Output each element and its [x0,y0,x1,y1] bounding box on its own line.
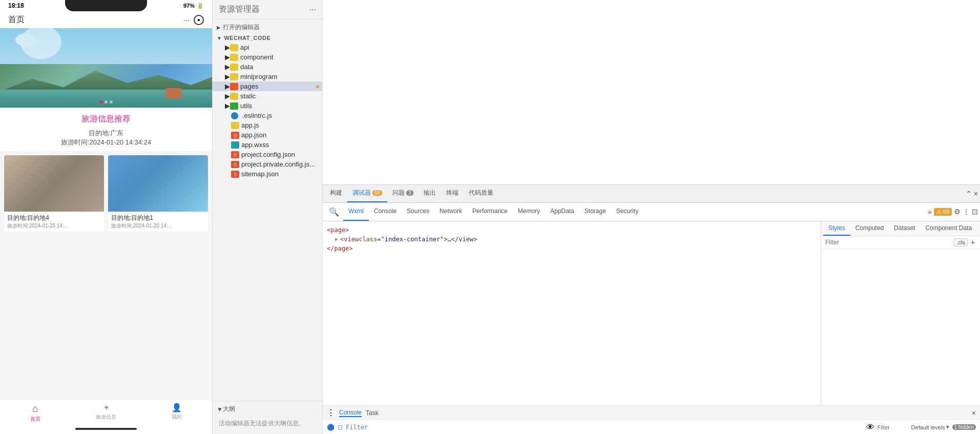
styles-cls-button[interactable]: .cls [954,238,968,246]
inner-tab-storage-label: Storage [585,208,606,215]
outline-header[interactable]: ▼ 大纲 [213,403,322,415]
inner-tab-memory[interactable]: Memory [513,203,545,221]
settings-icon[interactable]: ⚙ [954,208,961,216]
styles-subtab-styles-label: Styles [828,224,845,232]
inner-tab-appdata[interactable]: AppData [545,203,579,221]
devtools-collapse-icon[interactable]: ⌃ [966,190,972,198]
console-default-levels[interactable]: Default levels ▾ [911,424,949,430]
file-item-api[interactable]: ▶ api [213,43,322,52]
nav-item-profile[interactable]: 👤 我的 [141,403,212,423]
tab-debugger-badge: 68 [372,190,382,196]
record-icon[interactable]: ● [194,15,204,25]
console-filter-input[interactable] [878,424,908,430]
devtools-inner-tabs: 🔍 Wxml Console Sources Network Performan… [323,203,980,221]
travel-info: 目的地:广东 旅游时间:2024-01-20 14:34:24 [0,128,212,151]
console-close-icon[interactable]: × [972,409,976,417]
devtools-close-icon[interactable]: × [974,190,978,198]
inner-tab-wxml[interactable]: Wxml [343,203,369,221]
file-item-projconfig[interactable]: {} project.config.json [213,150,322,159]
default-levels-label: Default levels [911,424,945,430]
phone-status-icons: 97% 🔋 [183,3,204,9]
devtools-panel: 构建 调试器 68 问题 3 输出 终端 代码质量 ⌃ × 🔍 Wxml Co [323,0,980,434]
console-dots-icon[interactable]: ⋮ [327,408,335,418]
file-item-appwxss[interactable]: app.wxss [213,140,322,150]
console-tab-label: Console [339,409,362,416]
component-arrow: ▶ [225,53,230,61]
travel-card-0[interactable]: 目的地:目的地4 旅游时间:2024-01-20 14:... [4,155,104,232]
styles-subtab-styles[interactable]: Styles [823,221,850,236]
file-item-pages[interactable]: ▶ pages [213,81,322,91]
inner-tab-wxml-label: Wxml [348,208,364,215]
inner-tab-performance[interactable]: Performance [467,203,513,221]
devtools-tab-actions: ⌃ × [966,190,978,198]
file-item-appjson[interactable]: {} app.json [213,130,322,140]
styles-subtab-computed-label: Computed [856,224,884,232]
travel-card-1[interactable]: 目的地:目的地1 旅游时间:2024-01-20 14:... [108,155,208,232]
nav-item-travel[interactable]: ✦ 旅游信息 [71,403,141,423]
tab-terminal-label: 终端 [446,189,458,197]
file-item-miniprogram[interactable]: ▶ miniprogram [213,72,322,81]
api-label: api [240,44,249,51]
tab-build[interactable]: 构建 [325,185,347,202]
inner-tab-sources[interactable]: Sources [402,203,434,221]
styles-subtab-compdata[interactable]: Component Data [920,221,977,236]
open-editors-header[interactable]: ▶ 打开的编辑器 [213,22,322,33]
tab-debugger[interactable]: 调试器 68 [347,185,387,202]
component-folder-icon [230,54,238,61]
styles-panel: Styles Computed Dataset Component Data .… [821,221,980,406]
console-input[interactable] [346,424,863,431]
task-tab-label: Task [366,409,379,417]
inner-tab-console[interactable]: Console [369,203,402,221]
inner-tab-network[interactable]: Network [434,203,467,221]
task-tab-btn[interactable]: Task [366,409,379,417]
appjs-icon [231,122,239,129]
styles-add-button[interactable]: + [970,238,976,246]
file-item-appjs[interactable]: app.js [213,120,322,130]
console-tab-btn[interactable]: Console [339,409,362,417]
tab-codequality[interactable]: 代码质量 [464,185,498,202]
styles-filter-input[interactable] [825,239,952,246]
banner-dot-3 [110,100,113,104]
more-icon[interactable]: ··· [183,16,190,24]
tab-build-label: 构建 [330,189,342,197]
styles-subtab-compdata-label: Component Data [925,224,972,232]
component-label: component [240,53,273,61]
inner-expand-icon[interactable]: ⊡ [972,208,978,216]
tab-issues[interactable]: 问题 3 [387,185,419,202]
projconfig-icon: {} [231,151,239,158]
inner-tab-security[interactable]: Security [611,203,643,221]
tab-issues-label: 问题 [392,189,405,197]
file-item-sitemap[interactable]: {} sitemap.json [213,169,322,179]
home-icon: ⌂ [32,403,38,415]
file-item-data[interactable]: ▶ data [213,62,322,72]
file-item-utils[interactable]: ▶ utils [213,101,322,111]
console-input-icon: 🔵 [327,424,335,431]
styles-subtab-computed[interactable]: Computed [850,221,889,236]
root-folder-arrow: ▼ [217,35,222,41]
more-inner-tabs-icon[interactable]: » [928,208,931,216]
tab-terminal[interactable]: 终端 [441,185,464,202]
inspect-icon[interactable]: 🔍 [325,207,343,217]
devtools-main-tabs: 构建 调试器 68 问题 3 输出 终端 代码质量 ⌃ × [323,184,980,203]
nav-item-home[interactable]: ⌂ 首页 [0,403,71,423]
file-item-static[interactable]: ▶ static [213,91,322,101]
dom-line-view[interactable]: ▶ <view class =" index-container ">…</vi… [327,235,817,244]
console-prompt-icon: ⊡ [338,424,343,431]
dom-view-arrow[interactable]: ▶ [335,236,338,242]
outline-panel: ▼ 大纲 活动编辑器无法提供大纲信息。 [213,401,322,434]
file-item-projprivate[interactable]: {} project.private.config.js... [213,159,322,169]
phone-notch [65,0,147,11]
phone-bottom-bar [0,424,212,434]
styles-subtabs: Styles Computed Dataset Component Data [821,221,980,236]
file-panel-more[interactable]: ··· [309,5,316,14]
file-item-component[interactable]: ▶ component [213,52,322,62]
inner-more-icon[interactable]: ⋮ [963,208,970,216]
root-folder-header[interactable]: ▼ WECHAT_CODE [213,33,322,43]
file-item-eslintrc[interactable]: .eslintrc.js [213,111,322,120]
phone-banner [0,28,212,108]
tab-output[interactable]: 输出 [419,185,441,202]
console-close[interactable]: × [972,408,976,418]
inner-tab-storage[interactable]: Storage [579,203,611,221]
banner-dots [99,100,113,104]
styles-subtab-dataset[interactable]: Dataset [889,221,920,236]
